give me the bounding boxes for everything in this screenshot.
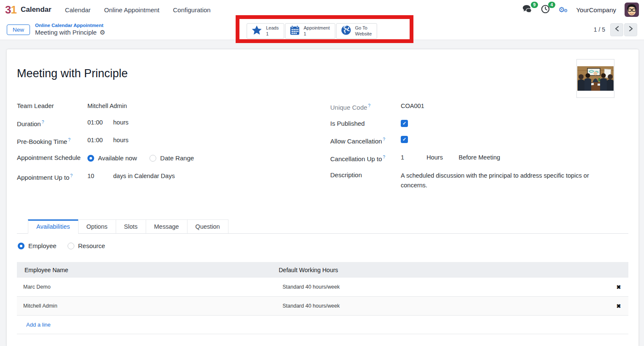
user-avatar[interactable] — [625, 3, 639, 17]
nav-item-online-appointment[interactable]: Online Appointment — [104, 6, 160, 14]
record-title[interactable]: Meeting with Principle — [17, 49, 628, 80]
cancellation-hours-input[interactable]: 1 — [401, 153, 427, 162]
table-header-row: Employee Name Default Working Hours — [17, 262, 628, 278]
help-icon[interactable]: ? — [70, 173, 73, 178]
pager-previous-button[interactable] — [610, 23, 623, 36]
unique-code-value: COA001 — [401, 101, 424, 112]
appointment-photo[interactable] — [576, 59, 614, 98]
app-name[interactable]: Calendar — [21, 5, 52, 14]
messages-button[interactable]: 9 — [522, 5, 533, 15]
is-published-checkbox[interactable] — [401, 120, 408, 127]
calendar-icon — [290, 25, 300, 37]
appointment-up-to-unit: days in Calendar Days — [113, 173, 175, 179]
settings-gears-icon[interactable]: ⚙⚙ — [558, 6, 568, 14]
employee-name-cell[interactable]: Marc Demo — [17, 284, 279, 290]
help-icon[interactable]: ? — [383, 137, 386, 142]
field-unique-code: Unique Code? COA001 — [330, 101, 628, 112]
breadcrumb: Online Calendar Appointment Meeting with… — [35, 23, 105, 36]
leads-stat-button[interactable]: Leads1 — [247, 23, 284, 39]
field-duration: Duration? 01:00hours — [17, 118, 330, 128]
nav-item-calendar[interactable]: Calendar — [65, 6, 91, 14]
field-cancellation-up-to: Cancellation Up to? 1HoursBefore Meeting — [330, 153, 628, 163]
field-team-leader: Team Leader Mitchell Admin — [17, 101, 330, 111]
content-area: Meeting with Principle — [0, 40, 644, 346]
column-header-working-hours[interactable]: Default Working Hours — [279, 267, 609, 273]
chevron-left-icon — [614, 26, 620, 33]
field-appointment-up-to: Appointment Up to? 10days in Calendar Da… — [17, 171, 330, 182]
meeting-photo-image — [577, 66, 614, 91]
tab-options[interactable]: Options — [78, 219, 116, 234]
radio-available-now[interactable]: Available now — [87, 154, 137, 162]
working-hours-cell[interactable]: Standard 40 hours/week — [279, 303, 609, 309]
column-header-employee-name[interactable]: Employee Name — [17, 267, 279, 273]
add-a-line-link[interactable]: Add a line — [17, 316, 628, 334]
pre-booking-unit: hours — [113, 137, 128, 143]
field-grid: Team Leader Mitchell Admin Duration? 01:… — [17, 101, 628, 197]
radio-unselected-icon — [68, 243, 74, 249]
field-allow-cancellation: Allow Cancellation? — [330, 135, 628, 146]
go-to-website-button[interactable]: Go ToWebsite — [336, 23, 378, 39]
activities-count-badge: 4 — [548, 2, 556, 8]
field-appointment-schedule: Appointment Schedule Available now Date … — [17, 153, 330, 164]
field-is-published: Is Published — [330, 119, 628, 128]
breadcrumb-parent-link[interactable]: Online Calendar Appointment — [35, 23, 105, 29]
field-pre-booking-time: Pre-Booking Time? 01:00hours — [17, 135, 330, 146]
table-row[interactable]: Marc Demo Standard 40 hours/week ✖ — [17, 278, 628, 297]
nav-item-configuration[interactable]: Configuration — [173, 6, 210, 14]
duration-input[interactable]: 01:00 — [87, 118, 113, 127]
employees-table: Employee Name Default Working Hours Marc… — [17, 262, 628, 334]
field-description: Description A scheduled discussion with … — [330, 170, 628, 190]
app-logo[interactable]: 31 — [5, 4, 16, 15]
form-sheet: Meeting with Principle — [7, 49, 639, 346]
tab-message[interactable]: Message — [146, 219, 187, 234]
availability-type-row: Employee Resource — [17, 242, 628, 249]
messages-count-badge: 9 — [531, 2, 538, 8]
nav-right-group: 9 4 ⚙⚙ YourCompany — [522, 3, 639, 17]
globe-icon — [341, 25, 351, 37]
allow-cancellation-checkbox[interactable] — [401, 136, 408, 143]
record-actions-gear-icon[interactable]: ⚙ — [100, 29, 105, 35]
top-nav-bar: 31 Calendar Calendar Online Appointment … — [0, 0, 644, 19]
radio-employee[interactable]: Employee — [18, 242, 57, 249]
pager: 1 / 5 — [594, 23, 637, 36]
notebook-tabs: Availabilities Options Slots Message Que… — [17, 219, 628, 234]
appointment-stat-button[interactable]: Appointment1 — [285, 23, 335, 39]
help-icon[interactable]: ? — [368, 103, 371, 108]
duration-unit: hours — [113, 119, 128, 126]
tab-question[interactable]: Question — [187, 219, 228, 234]
pager-count: 1 / 5 — [594, 26, 605, 33]
pager-next-button[interactable] — [624, 23, 637, 36]
radio-date-range[interactable]: Date Range — [149, 154, 194, 162]
tab-availabilities[interactable]: Availabilities — [28, 219, 79, 234]
working-hours-cell[interactable]: Standard 40 hours/week — [279, 284, 609, 290]
cancellation-unit-select[interactable]: Hours — [427, 153, 459, 162]
appointment-up-to-input[interactable]: 10 — [87, 172, 113, 181]
tab-slots[interactable]: Slots — [116, 219, 146, 234]
pre-booking-input[interactable]: 01:00 — [87, 136, 113, 145]
employee-name-cell[interactable]: Mitchell Admin — [17, 303, 279, 309]
help-icon[interactable]: ? — [383, 155, 386, 159]
activities-button[interactable]: 4 — [541, 5, 550, 15]
radio-unselected-icon — [149, 155, 156, 162]
breadcrumb-current: Meeting with Principle ⚙ — [35, 29, 105, 36]
description-text[interactable]: A scheduled discussion with the principa… — [401, 170, 608, 190]
help-icon[interactable]: ? — [68, 138, 71, 142]
table-row[interactable]: Mitchell Admin Standard 40 hours/week ✖ — [17, 297, 628, 316]
chevron-right-icon — [628, 26, 633, 33]
delete-row-icon[interactable]: ✖ — [609, 303, 628, 309]
radio-resource[interactable]: Resource — [68, 242, 105, 249]
company-switcher[interactable]: YourCompany — [576, 6, 616, 14]
cancellation-when-label: Before Meeting — [459, 154, 500, 161]
star-icon — [251, 25, 262, 37]
help-icon[interactable]: ? — [42, 120, 44, 124]
stat-button-group: Leads1 Appointment1 Go ToWebsite — [247, 23, 378, 39]
control-panel: New Online Calendar Appointment Meeting … — [0, 19, 644, 40]
radio-selected-icon — [87, 155, 94, 162]
new-button[interactable]: New — [7, 24, 30, 35]
delete-row-icon[interactable]: ✖ — [609, 284, 628, 290]
radio-selected-icon — [18, 243, 24, 249]
team-leader-value[interactable]: Mitchell Admin — [87, 101, 127, 111]
